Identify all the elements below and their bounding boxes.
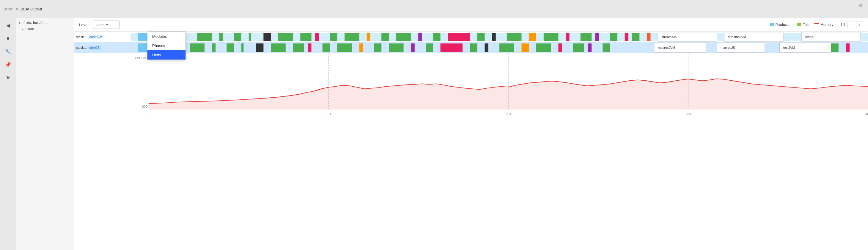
svg-rect-13: [344, 33, 360, 41]
svg-rect-72: [831, 44, 839, 52]
svg-rect-14: [367, 33, 370, 41]
test-color-swatch: [797, 23, 801, 26]
svg-text:testJVM: testJVM: [783, 46, 795, 49]
svg-rect-17: [418, 33, 422, 41]
row-stack-label-1: stack…: [76, 46, 87, 49]
y-axis: 1200 MB 600: [131, 53, 149, 110]
app-container: Build: ✕ Build Output ⚙ ◀ ■ 🔧 📌 👁 ▶ ✓ zi…: [0, 0, 868, 250]
tree-check-icon: ✓: [22, 21, 25, 25]
svg-rect-53: [389, 44, 404, 52]
x-label-40s: 40s: [865, 112, 868, 116]
svg-rect-51: [360, 44, 363, 52]
svg-rect-7: [249, 33, 251, 41]
dropdown-menu: Modules Phases Units: [147, 32, 186, 60]
legend-memory: Memory: [814, 23, 833, 27]
chart-item[interactable]: ▲ Chart: [17, 26, 74, 32]
zoom-controls: 1:1 − +: [840, 21, 863, 28]
dropdown-value: Units: [96, 23, 105, 27]
tree-item-label: zio: build fi…: [27, 21, 47, 25]
svg-rect-60: [521, 44, 529, 52]
level-label: Level:: [79, 23, 90, 27]
settings-icon[interactable]: ⚙: [859, 2, 863, 9]
zoom-in-button[interactable]: +: [856, 21, 863, 28]
y-label-600: 600: [132, 105, 148, 108]
svg-rect-46: [271, 44, 286, 52]
svg-rect-43: [226, 44, 234, 52]
row-bars-1: macrosJVM macrosJS testJVM: [131, 42, 868, 53]
svg-rect-44: [241, 44, 244, 52]
row-label-1: stack… coreJS: [74, 46, 131, 50]
row-bars-0: streamsJS streamsJVM testJS: [131, 32, 868, 42]
svg-rect-58: [485, 44, 488, 52]
memory-chart: 1200 MB 600: [74, 53, 868, 118]
x-label-20s: 20s: [506, 112, 511, 116]
menu-item-units[interactable]: Units: [148, 50, 185, 59]
main-area: ◀ ■ 🔧 📌 👁 ▶ ✓ zio: build fi… ▲ Chart Lev…: [0, 18, 868, 250]
level-dropdown[interactable]: Units ▼: [93, 21, 120, 29]
svg-rect-47: [293, 44, 304, 52]
memory-color-swatch: [814, 23, 819, 26]
tab-close-icon[interactable]: ✕: [16, 7, 19, 11]
legend: Production Test Memory 1:1 − +: [770, 21, 863, 28]
svg-rect-23: [529, 33, 536, 41]
svg-rect-56: [440, 44, 463, 52]
production-color-swatch: [770, 23, 774, 26]
svg-text:macrosJS: macrosJS: [720, 46, 735, 49]
menu-item-phases[interactable]: Phases: [148, 41, 185, 50]
x-label-30s: 30s: [685, 112, 691, 116]
sidebar: ◀ ■ 🔧 📌 👁: [0, 18, 17, 250]
x-label-10s: 10s: [326, 112, 331, 116]
x-label-0: 0: [149, 112, 150, 116]
sidebar-stop-icon[interactable]: ■: [3, 34, 13, 43]
tab-label: Build Output: [21, 7, 42, 11]
build-row-1: stack… coreJS: [74, 42, 868, 53]
svg-rect-57: [470, 44, 477, 52]
svg-rect-10: [300, 33, 311, 41]
svg-rect-50: [337, 44, 352, 52]
memory-label: Memory: [820, 23, 833, 27]
chart-label: Chart: [26, 27, 34, 31]
settings-area: ⚙: [859, 2, 863, 9]
menu-item-modules[interactable]: Modules: [148, 32, 185, 41]
sidebar-tools-icon[interactable]: 🔧: [3, 47, 13, 56]
svg-rect-62: [558, 44, 562, 52]
build-row-0: stack… coreJVM: [74, 32, 868, 42]
sidebar-eye-icon[interactable]: 👁: [3, 73, 13, 82]
svg-rect-18: [433, 33, 440, 41]
toolbar: Level: Units ▼ Modules Phases Units Prod…: [74, 18, 868, 32]
svg-rect-36: [632, 33, 640, 41]
svg-text:testJS: testJS: [805, 35, 814, 39]
svg-rect-35: [625, 33, 628, 41]
svg-rect-8: [264, 33, 271, 41]
production-label: Production: [776, 23, 793, 27]
svg-rect-15: [381, 33, 389, 41]
sidebar-back-icon[interactable]: ◀: [3, 21, 13, 30]
svg-rect-64: [588, 44, 592, 52]
legend-production: Production: [770, 23, 793, 27]
svg-rect-34: [610, 33, 617, 41]
row-stack-label: stack…: [76, 35, 87, 39]
title-bar: Build: ✕ Build Output ⚙: [0, 0, 868, 18]
chart-icon: ▲: [21, 27, 24, 31]
svg-rect-42: [212, 44, 216, 52]
memory-chart-svg: [149, 53, 868, 110]
svg-rect-26: [581, 33, 592, 41]
svg-rect-5: [219, 33, 223, 41]
row-core-label-1: coreJS: [88, 46, 101, 50]
row-core-label: coreJVM: [88, 35, 103, 39]
svg-rect-61: [536, 44, 551, 52]
svg-text:streamsJS: streamsJS: [662, 35, 677, 39]
svg-rect-49: [322, 44, 330, 52]
zoom-out-button[interactable]: −: [847, 21, 854, 28]
svg-rect-6: [234, 33, 241, 41]
tree-item-zio[interactable]: ▶ ✓ zio: build fi…: [17, 19, 74, 26]
svg-text:streamsJVM: streamsJVM: [728, 35, 746, 39]
svg-rect-20: [477, 33, 485, 41]
tree-arrow-icon: ▶: [19, 21, 21, 24]
svg-rect-65: [602, 44, 610, 52]
tree-panel: ▶ ✓ zio: build fi… ▲ Chart: [17, 18, 74, 250]
svg-rect-16: [396, 33, 411, 41]
svg-rect-19: [448, 33, 470, 41]
svg-rect-24: [544, 33, 559, 41]
sidebar-pin-icon[interactable]: 📌: [3, 60, 13, 70]
